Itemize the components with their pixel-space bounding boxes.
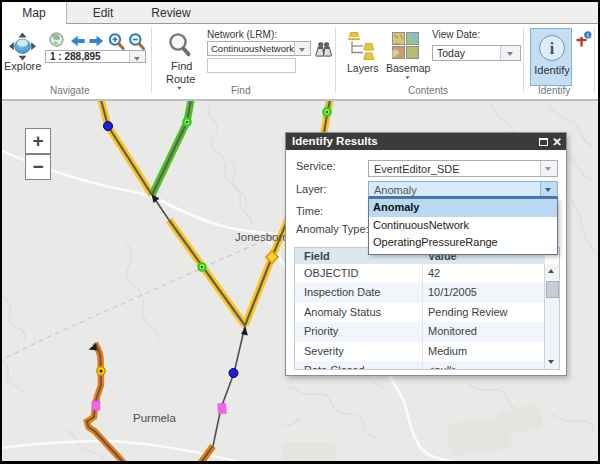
svg-text:Jonesboro: Jonesboro: [235, 231, 289, 243]
svg-text:Purmela: Purmela: [133, 412, 176, 424]
